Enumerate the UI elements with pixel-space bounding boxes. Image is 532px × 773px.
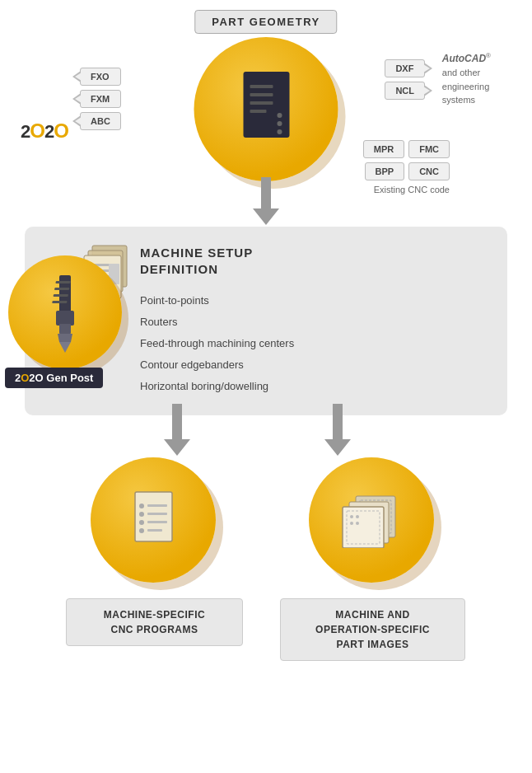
machine-setup-list: Point-to-points Routers Feed-through mac… (140, 290, 489, 397)
right-file-tags-bottom: MPR FMC BPP CNC Existing CNC code (363, 140, 450, 194)
svg-point-34 (139, 504, 144, 508)
svg-marker-8 (253, 177, 279, 225)
svg-rect-22 (55, 281, 71, 283)
gen-post-label: 2O2O Gen Post (5, 368, 103, 388)
logo-2020: 2O2O (21, 119, 68, 143)
existing-cnc-label: Existing CNC code (363, 185, 450, 194)
svg-rect-37 (147, 513, 167, 515)
arrow-down-right (321, 404, 354, 457)
part-images-label: MACHINE AND OPERATION-SPECIFIC PART IMAG… (280, 598, 465, 661)
gen-post-circle (8, 255, 122, 369)
bottom-right-circle (309, 457, 434, 583)
part-geometry-label: PART GEOMETRY (194, 10, 337, 34)
svg-point-50 (350, 515, 353, 518)
bottom-left-circle (91, 457, 216, 583)
svg-point-7 (277, 129, 282, 134)
list-item: Routers (140, 312, 489, 333)
svg-rect-21 (59, 275, 71, 312)
svg-rect-24 (54, 294, 69, 297)
list-item: Contour edgebanders (140, 354, 489, 376)
svg-rect-35 (147, 504, 167, 507)
list-item: Horizontal boring/dowelling (140, 376, 489, 397)
arrow-down-top (250, 177, 282, 227)
part-images-icon (339, 492, 404, 548)
svg-point-6 (277, 121, 282, 126)
svg-point-51 (356, 515, 359, 518)
file-tag-fxo: FXO (80, 68, 121, 86)
svg-rect-47 (343, 507, 384, 548)
svg-rect-27 (59, 324, 71, 334)
svg-marker-30 (164, 404, 190, 456)
file-tag-cnc: CNC (408, 162, 450, 180)
cnc-programs-label: MACHINE-SPECIFIC CNC PROGRAMS (66, 598, 243, 646)
file-tag-fxm: FXM (80, 90, 121, 108)
file-tag-ncl: NCL (385, 82, 425, 100)
file-tag-fmc: FMC (408, 140, 450, 158)
svg-point-52 (350, 522, 353, 525)
svg-rect-23 (54, 288, 70, 290)
svg-rect-26 (56, 311, 74, 326)
page: PART GEOMETRY 2O2O FXO FXM (0, 0, 532, 773)
top-circle (194, 37, 338, 181)
svg-rect-25 (52, 301, 68, 303)
svg-rect-41 (147, 529, 162, 532)
file-tag-mpr: MPR (363, 140, 404, 158)
list-item: Feed-through machining centers (140, 333, 489, 354)
left-file-tags: FXO FXM ABC (80, 68, 121, 130)
file-tag-abc: ABC (80, 112, 121, 130)
file-tag-dxf: DXF (385, 59, 425, 77)
svg-rect-32 (135, 492, 172, 541)
svg-point-53 (356, 522, 359, 525)
svg-marker-31 (324, 404, 351, 456)
svg-rect-4 (250, 110, 266, 113)
svg-rect-39 (147, 521, 167, 523)
svg-point-5 (277, 113, 282, 118)
part-geometry-icon (236, 70, 296, 148)
svg-point-40 (139, 528, 144, 533)
svg-rect-1 (250, 85, 273, 88)
svg-point-38 (139, 520, 144, 525)
drill-bit-icon (48, 271, 82, 354)
autocad-text: AutoCAD® and other engineering systems (442, 51, 491, 107)
file-tag-bpp: BPP (365, 162, 405, 180)
machine-setup-title: MACHINE SETUP DEFINITION (140, 245, 489, 279)
list-item: Point-to-points (140, 290, 489, 312)
svg-rect-2 (250, 93, 273, 96)
right-file-tags-top: DXF NCL (385, 59, 425, 100)
svg-rect-3 (250, 101, 273, 105)
cnc-programs-icon (127, 488, 180, 552)
svg-marker-28 (58, 334, 72, 342)
svg-marker-29 (59, 342, 71, 353)
svg-point-36 (139, 512, 144, 517)
arrow-down-left (161, 404, 194, 457)
